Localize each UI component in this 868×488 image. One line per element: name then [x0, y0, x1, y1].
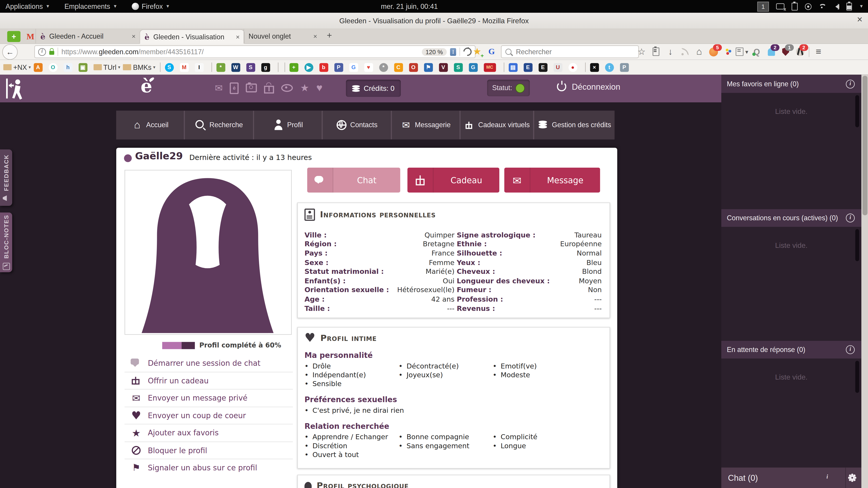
tab-gleeden-visualisation-active[interactable]: è Gleeden - Visualisation ×	[140, 29, 245, 44]
multi-account-fox-button[interactable]: 5	[706, 43, 721, 60]
exit-run-icon[interactable]	[4, 77, 27, 100]
logout-button[interactable]: Déconnexion	[557, 82, 620, 91]
bookmark-item[interactable]: I	[195, 63, 207, 72]
panel-scrollbar[interactable]	[855, 361, 859, 393]
bookmark-item[interactable]: *	[216, 63, 228, 72]
page-info-icon[interactable]	[38, 48, 46, 56]
nav-menu-item[interactable]: Gestion des crédits	[534, 111, 614, 139]
system-clock[interactable]: mer. 21 juin, 00:41	[381, 0, 438, 13]
info-icon[interactable]	[846, 214, 855, 222]
status-button[interactable]: Statut:	[487, 80, 530, 96]
bookmark-item[interactable]: G	[349, 63, 362, 72]
emplacements-menu[interactable]: Emplacements▼	[64, 2, 117, 10]
bookmark-item[interactable]: g	[261, 63, 273, 72]
bookmark-item[interactable]: S	[454, 63, 466, 72]
zoom-level-button[interactable]: 120 %	[422, 48, 447, 56]
bookmark-item[interactable]: P	[334, 63, 346, 72]
downloads-button[interactable]: ↓	[663, 43, 678, 60]
bookmark-item[interactable]: h	[64, 63, 76, 72]
info-icon[interactable]	[846, 345, 855, 354]
home-button[interactable]: ⌂	[692, 43, 706, 60]
location-icon[interactable]	[805, 3, 811, 9]
bookmark-item[interactable]: O	[49, 63, 61, 72]
bookmark-item[interactable]: ▣	[79, 63, 91, 72]
bookmark-item[interactable]: MC	[484, 63, 499, 72]
bookmark-item[interactable]	[504, 63, 504, 72]
bookmark-item[interactable]: A	[34, 63, 46, 72]
photos-camera-icon[interactable]	[246, 83, 257, 94]
bookmark-item[interactable]	[278, 63, 278, 72]
bookmark-item[interactable]: V	[439, 63, 451, 72]
bookmark-item[interactable]: S	[165, 63, 177, 72]
bookmark-item[interactable]: ▶	[304, 63, 316, 72]
bookmark-item[interactable]: P	[620, 63, 632, 72]
tray-chevron-icon[interactable]: ▼	[859, 4, 864, 9]
cadeau-button[interactable]: Cadeau	[407, 168, 499, 193]
panel-scrollbar[interactable]	[855, 95, 859, 127]
new-tab-button[interactable]: +	[324, 31, 335, 40]
bookmark-item[interactable]: E	[538, 63, 551, 72]
bookmark-item[interactable]: ▤	[508, 63, 521, 72]
gear-icon[interactable]	[850, 475, 855, 480]
bookmark-item[interactable]: ♥	[364, 63, 376, 72]
bookmark-item[interactable]: ×	[590, 63, 602, 72]
workspace-indicator[interactable]: 1	[757, 1, 769, 11]
profile-action[interactable]: Envoyer un message privé	[125, 390, 293, 407]
bookmark-item[interactable]: O	[409, 63, 421, 72]
profile-action[interactable]: Bloquer le profil	[125, 442, 293, 459]
favorites-star-icon[interactable]: ★	[300, 83, 309, 94]
bookmark-item[interactable]: TUrl ▾	[93, 63, 120, 71]
bookmark-item[interactable]: U	[553, 63, 565, 72]
chat-bar[interactable]: Chat (0)	[721, 467, 862, 488]
bookmark-item[interactable]	[211, 63, 212, 72]
profile-action[interactable]: Démarrer une session de chat	[125, 355, 293, 372]
feedback-tab[interactable]: FEEDBACK	[0, 149, 12, 206]
bookmark-item[interactable]: E	[524, 63, 536, 72]
bookmark-star-add-button[interactable]: ★	[470, 43, 485, 60]
message-button[interactable]: ✉ Message	[504, 168, 600, 193]
search-bar[interactable]	[501, 45, 639, 58]
bookmark-item[interactable]: +	[289, 63, 302, 72]
credits-button[interactable]: Crédits: 0	[346, 80, 401, 97]
bookmark-item[interactable]: b	[319, 63, 331, 72]
translate-extension-icon[interactable]: G	[485, 43, 499, 60]
applications-menu[interactable]: Applications▼	[5, 2, 50, 10]
page-scrollbar-thumb[interactable]	[862, 76, 867, 215]
profile-action[interactable]: Ajouter aux favoris	[125, 424, 293, 442]
privacy-badger-button[interactable]: 2	[793, 43, 807, 60]
bookmark-item[interactable]	[585, 63, 585, 72]
bookmark-item[interactable]: t	[605, 63, 617, 72]
url-text[interactable]: https://www.gleeden.com/member/443516117…	[61, 48, 418, 56]
sidebar-panel-button[interactable]: ▼	[735, 43, 749, 60]
nav-menu-item[interactable]: Messagerie	[392, 111, 460, 139]
bookmark-item[interactable]: ●	[568, 63, 581, 72]
attente-header[interactable]: En attente de réponse (0)	[721, 341, 862, 359]
profile-action[interactable]: Offrir un cadeau	[125, 372, 293, 390]
page-scrollbar[interactable]	[862, 75, 868, 488]
panel-scrollbar[interactable]	[855, 229, 859, 261]
ghost-extension-button[interactable]: 2	[764, 43, 778, 60]
gifts-icon[interactable]	[264, 83, 274, 94]
ghostery-q-button[interactable]: Q	[749, 43, 764, 60]
profile-avatar[interactable]	[125, 170, 292, 335]
url-bar[interactable]: https://www.gleeden.com/member/443516117…	[34, 45, 475, 58]
profile-action[interactable]: Signaler un abus sur ce profil	[125, 459, 293, 476]
tab-gleeden-accueil[interactable]: è Gleeden - Accueil ×	[35, 29, 140, 43]
crushes-heart-icon[interactable]: ♥	[316, 83, 322, 94]
bookmark-item[interactable]: S	[246, 63, 258, 72]
window-close-button[interactable]: ×	[857, 14, 862, 26]
history-clipboard-button[interactable]	[649, 43, 663, 60]
favoris-header[interactable]: Mes favoris en ligne (0)	[721, 75, 862, 93]
bookmark-item[interactable]	[160, 63, 160, 72]
nav-menu-item[interactable]: Accueil	[116, 111, 184, 139]
tab-close-icon[interactable]: ×	[132, 32, 135, 40]
info-icon[interactable]	[846, 79, 855, 88]
bookmark-item[interactable]: W	[231, 63, 243, 72]
conversations-header[interactable]: Conversations en cours (actives) (0)	[721, 209, 862, 227]
visitors-eye-icon[interactable]	[281, 83, 293, 94]
tab-close-icon[interactable]: ×	[236, 33, 240, 41]
nav-menu-item[interactable]: Recherche	[185, 111, 253, 139]
profile-tablet-icon[interactable]: è	[230, 83, 239, 94]
bookmark-item[interactable]: ⚑	[424, 63, 436, 72]
bookmark-item[interactable]: *	[379, 63, 391, 72]
